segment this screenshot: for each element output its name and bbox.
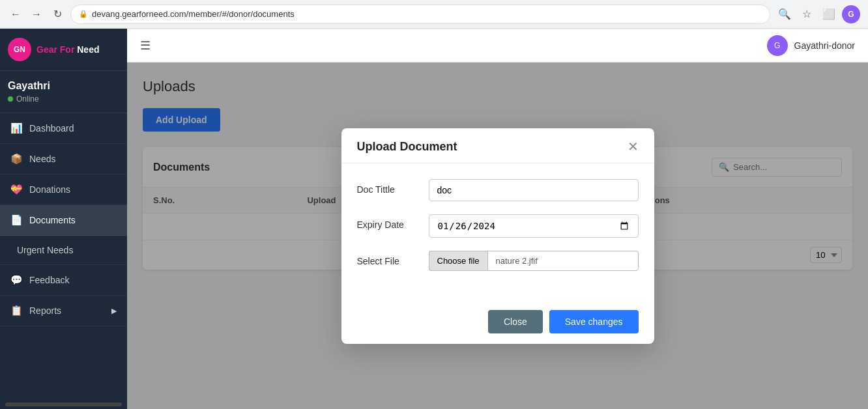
modal-footer: Close Save changes	[341, 300, 654, 344]
profile-avatar[interactable]: G	[842, 5, 860, 23]
sidebar-item-label: Documents	[29, 215, 76, 225]
logo-icon: GN	[8, 38, 31, 61]
logo-text: Gear For Need	[36, 44, 99, 55]
expand-icon: ▶	[111, 307, 117, 315]
sidebar-item-documents[interactable]: 📄 Documents	[0, 205, 127, 236]
expiry-date-input[interactable]	[429, 214, 639, 238]
reload-button[interactable]: ↻	[50, 7, 65, 22]
top-bar-right: G Gayathri-donor	[767, 35, 855, 56]
doc-title-row: Doc Tittle	[357, 179, 639, 201]
sidebar-item-urgent-needs[interactable]: Urgent Needs	[0, 236, 127, 265]
bookmark-button[interactable]: ☆	[798, 5, 816, 23]
sidebar-item-label: Dashboard	[29, 123, 74, 134]
forward-button[interactable]: →	[29, 7, 44, 22]
status-dot	[8, 96, 13, 102]
file-input-wrapper: Choose file nature 2.jfif	[429, 251, 639, 271]
search-browser-button[interactable]: 🔍	[775, 5, 794, 23]
hamburger-button[interactable]: ☰	[140, 38, 151, 53]
sidebar-item-label: Donations	[29, 184, 70, 195]
close-button[interactable]: Close	[488, 310, 543, 333]
sidebar-item-label: Urgent Needs	[17, 245, 73, 255]
select-file-label: Select File	[357, 251, 416, 266]
page-content: Uploads Add Upload Documents 🔍 S.No.	[127, 63, 868, 409]
sidebar-item-reports[interactable]: 📋 Reports ▶	[0, 296, 127, 326]
lock-icon: 🔒	[79, 10, 88, 18]
needs-icon: 📦	[10, 153, 23, 165]
app-container: GN Gear For Need Gayathri Online 📊 Dashb…	[0, 29, 868, 409]
feedback-icon: 💬	[10, 274, 23, 286]
sidebar-nav: 📊 Dashboard 📦 Needs 💝 Donations 📄 Docume…	[0, 113, 127, 400]
dashboard-icon: 📊	[10, 122, 23, 134]
url-text: devang.gearforneed.com/member/#/donor/do…	[92, 9, 295, 19]
doc-title-input[interactable]	[429, 179, 639, 201]
modal-body: Doc Tittle Expiry Date Select File	[341, 163, 654, 300]
upload-document-modal: Upload Document ✕ Doc Tittle Expiry Date	[341, 128, 654, 344]
sidebar-item-needs[interactable]: 📦 Needs	[0, 144, 127, 175]
expiry-date-label: Expiry Date	[357, 214, 416, 230]
choose-file-button[interactable]: Choose file	[429, 251, 487, 271]
sidebar-user: Gayathri Online	[0, 71, 127, 113]
select-file-row: Select File Choose file nature 2.jfif	[357, 251, 639, 271]
modal-overlay: Upload Document ✕ Doc Tittle Expiry Date	[127, 63, 868, 409]
sidebar-item-label: Feedback	[29, 275, 69, 285]
sidebar-scrollbar[interactable]	[5, 402, 122, 406]
donations-icon: 💝	[10, 184, 23, 195]
back-button[interactable]: ←	[8, 7, 23, 22]
modal-title: Upload Document	[357, 140, 457, 154]
sidebar-logo: GN Gear For Need	[0, 29, 127, 71]
split-button[interactable]: ⬜	[820, 5, 838, 23]
reports-icon: 📋	[10, 305, 23, 317]
sidebar-item-feedback[interactable]: 💬 Feedback	[0, 265, 127, 296]
file-name-display: nature 2.jfif	[487, 251, 639, 271]
status-label: Online	[16, 94, 39, 104]
main-content: ☰ G Gayathri-donor Uploads Add Upload Do…	[127, 29, 868, 409]
modal-close-button[interactable]: ✕	[628, 140, 639, 153]
documents-icon: 📄	[10, 214, 23, 226]
browser-chrome: ← → ↻ 🔒 devang.gearforneed.com/member/#/…	[0, 0, 868, 29]
sidebar-item-label: Reports	[29, 305, 61, 316]
sidebar-item-dashboard[interactable]: 📊 Dashboard	[0, 113, 127, 144]
url-bar[interactable]: 🔒 devang.gearforneed.com/member/#/donor/…	[70, 5, 770, 24]
modal-header: Upload Document ✕	[341, 128, 654, 163]
top-bar-username: Gayathri-donor	[794, 40, 855, 51]
doc-title-label: Doc Tittle	[357, 179, 416, 195]
top-bar: ☰ G Gayathri-donor	[127, 29, 868, 63]
save-changes-button[interactable]: Save changes	[549, 310, 639, 333]
expiry-date-row: Expiry Date	[357, 214, 639, 238]
sidebar-status: Online	[8, 94, 119, 104]
sidebar: GN Gear For Need Gayathri Online 📊 Dashb…	[0, 29, 127, 409]
sidebar-username: Gayathri	[8, 80, 119, 92]
sidebar-item-donations[interactable]: 💝 Donations	[0, 175, 127, 205]
sidebar-item-label: Needs	[29, 154, 55, 164]
top-bar-avatar: G	[767, 35, 788, 56]
